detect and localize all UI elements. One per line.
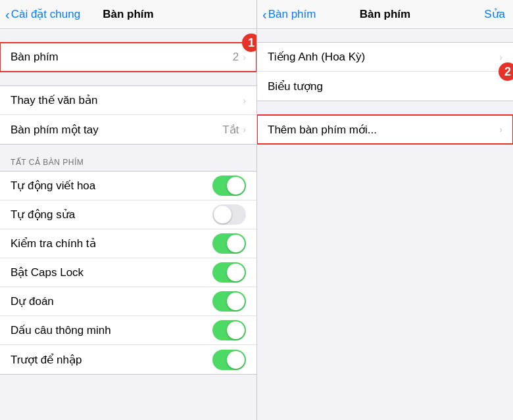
one-hand-label: Bàn phím một tay	[11, 123, 99, 137]
content-right: Tiếng Anh (Hoa Kỳ) › Biểu tượng 2 Thêm b…	[257, 29, 513, 420]
caps-lock-row[interactable]: Bật Caps Lock	[0, 258, 256, 287]
content-left: Bàn phím 2 › 1 Thay thế văn bản ›	[0, 29, 256, 420]
keyboards-count: 2	[233, 51, 239, 64]
swipe-type-row[interactable]: Trượt để nhập	[0, 345, 256, 374]
swipe-type-toggle[interactable]	[212, 350, 246, 370]
predictive-knob	[227, 292, 245, 310]
top-right-list: Tiếng Anh (Hoa Kỳ) › Biểu tượng 2	[257, 42, 513, 101]
back-chevron-icon: ‹	[5, 8, 10, 21]
panel-right: ‹ Bàn phím Bàn phím Sửa Tiếng Anh (Hoa K…	[256, 0, 513, 420]
auto-correct-knob	[214, 206, 232, 223]
add-keyboard-row[interactable]: Thêm bàn phím mới... ›	[257, 115, 513, 144]
group-keyboards: Bàn phím 2 › 1	[0, 42, 256, 72]
group-top-right: Tiếng Anh (Hoa Kỳ) › Biểu tượng 2	[257, 42, 513, 101]
text-replace-chevron: ›	[243, 95, 246, 106]
keyboards-chevron: ›	[243, 52, 246, 62]
predictive-toggle[interactable]	[212, 291, 246, 312]
group-middle: Thay thế văn bản › Bàn phím một tay Tắt …	[0, 85, 256, 145]
all-keyboards-header: TẤT CẢ BÀN PHÍM	[0, 158, 256, 171]
text-replace-right: ›	[243, 95, 246, 106]
swipe-type-knob	[227, 351, 245, 369]
caps-lock-knob	[227, 264, 245, 281]
auto-capitalize-row[interactable]: Tự động viết hoa	[0, 172, 256, 200]
one-hand-chevron: ›	[243, 124, 246, 135]
smart-punctuation-knob	[227, 321, 245, 339]
spell-check-toggle[interactable]	[212, 233, 246, 254]
toggles-list: Tự động viết hoa Tự động sửa Kiểm tra ch…	[0, 171, 256, 375]
english-chevron: ›	[499, 52, 502, 62]
edit-button[interactable]: Sửa	[484, 7, 505, 21]
caps-lock-toggle[interactable]	[212, 262, 246, 283]
keyboards-right: 2 ›	[233, 51, 246, 64]
auto-correct-toggle[interactable]	[212, 204, 246, 225]
auto-capitalize-label: Tự động viết hoa	[11, 179, 95, 193]
add-keyboard-list: Thêm bàn phím mới... ›	[257, 114, 513, 145]
section-badge-2: 2	[499, 62, 513, 81]
spell-check-label: Kiểm tra chính tả	[11, 237, 96, 250]
keyboards-label: Bàn phím	[11, 51, 59, 64]
text-replace-label: Thay thế văn bản	[11, 93, 97, 107]
nav-title-right: Bàn phím	[360, 8, 410, 21]
one-hand-row[interactable]: Bàn phím một tay Tắt ›	[0, 115, 256, 144]
group-add-keyboard: Thêm bàn phím mới... ›	[257, 114, 513, 145]
auto-correct-row[interactable]: Tự động sửa	[0, 200, 256, 229]
keyboards-list: Bàn phím 2 › 1	[0, 42, 256, 72]
add-keyboard-chevron: ›	[499, 124, 502, 135]
section-badge-1: 1	[242, 34, 256, 52]
back-label-right: Bàn phím	[268, 8, 316, 21]
smart-punctuation-label: Dấu câu thông minh	[11, 323, 111, 337]
smart-punctuation-toggle[interactable]	[212, 320, 246, 340]
auto-capitalize-toggle[interactable]	[212, 175, 246, 196]
add-keyboard-right: ›	[499, 124, 502, 135]
emoji-row[interactable]: Biểu tượng 2	[257, 72, 513, 101]
swipe-type-label: Trượt để nhập	[11, 353, 82, 367]
back-chevron-right-icon: ‹	[262, 8, 267, 21]
auto-correct-label: Tự động sửa	[11, 208, 75, 222]
auto-capitalize-knob	[227, 177, 245, 195]
keyboards-row[interactable]: Bàn phím 2 › 1	[0, 43, 256, 72]
nav-bar-right: ‹ Bàn phím Bàn phím Sửa	[257, 0, 513, 29]
english-label: Tiếng Anh (Hoa Kỳ)	[268, 50, 365, 64]
one-hand-right: Tắt ›	[222, 123, 246, 137]
group-all-keyboards: TẤT CẢ BÀN PHÍM Tự động viết hoa Tự động…	[0, 158, 256, 375]
spell-check-knob	[227, 235, 245, 252]
predictive-row[interactable]: Dự đoán	[0, 287, 256, 316]
smart-punctuation-row[interactable]: Dấu câu thông minh	[0, 316, 256, 345]
middle-list: Thay thế văn bản › Bàn phím một tay Tắt …	[0, 85, 256, 145]
caps-lock-label: Bật Caps Lock	[11, 266, 84, 279]
back-button-right[interactable]: ‹ Bàn phím	[262, 8, 316, 21]
add-keyboard-label: Thêm bàn phím mới...	[268, 123, 377, 137]
spell-check-row[interactable]: Kiểm tra chính tả	[0, 229, 256, 258]
predictive-label: Dự đoán	[11, 294, 54, 308]
text-replace-row[interactable]: Thay thế văn bản ›	[0, 86, 256, 115]
one-hand-value: Tắt	[222, 123, 239, 137]
nav-title-left: Bàn phím	[103, 8, 153, 21]
back-button-left[interactable]: ‹ Cài đặt chung	[5, 7, 80, 21]
panel-left: ‹ Cài đặt chung Bàn phím Bàn phím 2 › 1	[0, 0, 256, 420]
back-label-left: Cài đặt chung	[11, 7, 80, 21]
english-row[interactable]: Tiếng Anh (Hoa Kỳ) ›	[257, 43, 513, 72]
english-right: ›	[499, 52, 502, 62]
nav-bar-left: ‹ Cài đặt chung Bàn phím	[0, 0, 256, 29]
emoji-label: Biểu tượng	[268, 80, 323, 93]
